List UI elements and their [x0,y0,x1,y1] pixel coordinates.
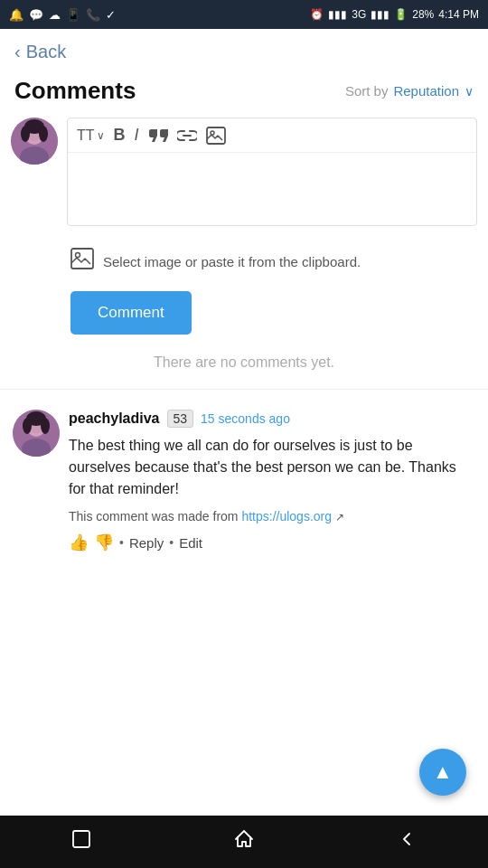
editor-toolbar: TT ∨ B I [68,118,476,153]
page-title: Comments [14,77,136,105]
comment-author-name: peachyladiva [69,410,160,427]
quote-button[interactable] [148,127,168,144]
comment-text: The best thing we all can do for ourselv… [69,435,475,500]
battery-percent: 28% [412,8,434,21]
editor-content-area[interactable] [68,153,476,225]
back-nav-button[interactable] [396,828,418,855]
image-select-row[interactable]: Select image or paste it from the clipbo… [0,237,488,284]
comment-actions: 👍 👎 • Reply • Edit [69,533,475,552]
image-toolbar-button[interactable] [206,127,226,145]
comment-editor-section: TT ∨ B I [0,118,488,237]
svg-point-6 [39,126,48,142]
sort-label: Sort by [345,83,389,99]
recent-apps-button[interactable] [70,828,92,855]
italic-button[interactable]: I [135,126,139,145]
thumbs-down-icon[interactable]: 👎 [94,533,114,552]
action-dot-2: • [169,535,174,550]
check-icon: ✓ [106,8,116,22]
svg-point-17 [41,418,50,434]
no-comments-message: There are no comments yet. [0,342,488,389]
page-header: Comments Sort by Reputation ∨ [0,71,488,118]
sort-container[interactable]: Sort by Reputation ∨ [345,83,474,99]
svg-point-16 [23,418,32,434]
link-button[interactable] [177,129,197,142]
bottom-navigation [0,816,488,868]
bold-button[interactable]: B [114,126,126,145]
back-label: Back [26,42,66,62]
comment-source-link[interactable]: https://ulogs.org [241,509,332,524]
comment-item: peachyladiva 53 15 seconds ago The best … [0,399,488,563]
external-link-icon: ↗ [335,511,344,524]
svg-point-5 [21,126,30,142]
action-dot-1: • [119,535,124,550]
back-button[interactable]: ‹ Back [0,29,488,71]
comment-avatar-image [13,410,60,457]
scroll-to-top-fab[interactable]: ▲ [419,749,466,796]
signal-icon: ▮▮▮ [328,8,347,21]
comment-meta: peachyladiva 53 15 seconds ago [69,410,475,428]
home-button[interactable] [233,828,255,855]
thumbs-up-icon[interactable]: 👍 [69,533,89,552]
status-bar: 🔔 💬 ☁ 📱 📞 ✓ ⏰ ▮▮▮ 3G ▮▮▮ 🔋 28% 4:14 PM [0,0,488,29]
image-select-text: Select image or paste it from the clipbo… [103,254,361,269]
call-icon: 📞 [86,8,100,22]
text-size-button[interactable]: TT ∨ [77,127,105,144]
sort-value: Reputation [393,83,459,99]
chevron-down-icon: ∨ [465,84,474,99]
edit-button[interactable]: Edit [179,535,202,551]
comment-source: This comment was made from https://ulogs… [69,509,475,524]
time-display: 4:14 PM [438,8,479,21]
text-size-icon: TT [77,127,95,144]
status-icons-right: ⏰ ▮▮▮ 3G ▮▮▮ 🔋 28% 4:14 PM [310,8,479,21]
comment-body: peachyladiva 53 15 seconds ago The best … [69,410,475,552]
reply-button[interactable]: Reply [129,535,164,551]
comment-submit-button[interactable]: Comment [70,291,192,335]
text-size-chevron-icon: ∨ [97,129,105,142]
avatar-image [11,118,58,165]
svg-rect-9 [71,249,93,269]
back-arrow-icon: ‹ [14,42,21,62]
up-arrow-icon: ▲ [433,760,453,784]
notification-icon: 🔔 [9,8,23,22]
battery-icon: 🔋 [394,8,408,21]
comment-source-prefix: This comment was made from [69,509,241,524]
svg-rect-18 [73,831,89,847]
status-icons-left: 🔔 💬 ☁ 📱 📞 ✓ [9,8,116,22]
signal-bars-icon: ▮▮▮ [371,8,389,21]
alarm-icon: ⏰ [310,8,324,21]
comment-reputation: 53 [167,410,194,428]
section-divider [0,389,488,390]
comment-button-row: Comment [0,284,488,342]
image-select-icon [70,248,94,275]
editor-box[interactable]: TT ∨ B I [67,118,477,226]
svg-point-10 [76,253,80,258]
user-avatar [11,118,58,165]
cloud-icon: ☁ [49,8,61,22]
whatsapp-icon: 📱 [66,8,80,22]
message-icon: 💬 [29,8,43,22]
network-type-icon: 3G [352,8,366,21]
comment-author-avatar [13,410,60,457]
comment-time: 15 seconds ago [201,411,290,426]
